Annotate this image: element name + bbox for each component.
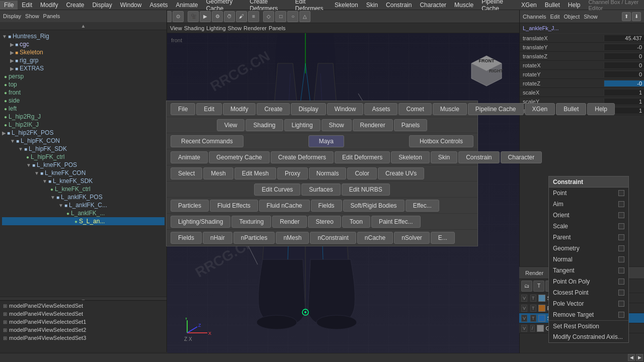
hotbox-view[interactable]: View [217, 119, 245, 131]
constraint-pole-vector[interactable]: Pole Vector [549, 298, 628, 309]
channel-row[interactable]: translateZ 0 [520, 52, 644, 61]
hotbox-fields[interactable]: Fields [311, 200, 342, 212]
hotbox-modify[interactable]: Modify [223, 103, 256, 115]
constraint-remove-target[interactable]: Remove Target [549, 309, 628, 320]
hotbox-geo-cache[interactable]: Geometry Cache [209, 151, 270, 163]
hotbox-create[interactable]: Create [257, 103, 290, 115]
hotbox-paint-effects[interactable]: Paint Effec... [371, 216, 421, 228]
icon-obj4[interactable]: △ [299, 11, 310, 22]
constraint-closest-point[interactable]: Closest Point [549, 287, 628, 298]
hotbox-constrain[interactable]: Constrain [458, 151, 499, 163]
icon-obj2[interactable]: □ [275, 11, 286, 22]
list-item[interactable]: ▶■ EXTRAS [2, 64, 165, 72]
hotbox-color[interactable]: Color [347, 167, 377, 179]
outliner-root[interactable]: ▼ ■ Huntress_Rig [2, 32, 165, 40]
hotbox-toon[interactable]: Toon [342, 216, 370, 228]
hotbox-extra[interactable]: E... [431, 232, 455, 244]
hotbox-edit-nurbs[interactable]: Edit NURBS [342, 184, 390, 196]
list-item[interactable]: ● front [2, 88, 165, 97]
scroll-up-btn[interactable]: ▲ [81, 23, 86, 29]
channel-row[interactable]: translateY -0 [520, 43, 644, 52]
hotbox-mesh[interactable]: Mesh [203, 167, 233, 179]
hotbox-create-def[interactable]: Create Deformers [271, 151, 334, 163]
constraint-point-on-poly[interactable]: Point On Poly [549, 276, 628, 287]
hotbox-lighting[interactable]: Lighting [284, 119, 320, 131]
hotbox-skin[interactable]: Skin [431, 151, 457, 163]
hotbox-muscle[interactable]: Muscle [433, 103, 467, 115]
constraint-tangent[interactable]: Tangent [549, 265, 628, 276]
icon-settings[interactable]: ⚙ [212, 11, 223, 22]
hotbox-nsolver[interactable]: nSolver [394, 232, 430, 244]
hotbox-edit-def[interactable]: Edit Deformers [335, 151, 390, 163]
list-item[interactable]: ▼■ L_kneFK_POS [2, 161, 165, 169]
list-item[interactable]: ▼■ L_hipFK_SDK [2, 145, 165, 153]
panel-btn-display[interactable]: Display [3, 13, 21, 19]
hotbox-fluid-ncache[interactable]: Fluid nCache [259, 200, 310, 212]
list-item[interactable]: ▼■ L_anklFK_POS [2, 193, 165, 201]
hotbox-animate[interactable]: Animate [171, 151, 208, 163]
icon-history[interactable]: ⏱ [224, 11, 235, 22]
menu-assets[interactable]: Assets [145, 1, 172, 10]
icon-camera[interactable]: 🎥 [188, 11, 199, 22]
hotbox-shading[interactable]: Shading [246, 119, 283, 131]
menu-animate[interactable]: Animate [172, 1, 202, 10]
menu-edit[interactable]: Edit [18, 1, 36, 10]
menu-file[interactable]: File [0, 1, 18, 10]
hotbox-show[interactable]: Show [321, 119, 352, 131]
icon-obj1[interactable]: ◇ [263, 11, 274, 22]
list-item-selected[interactable]: ● S_L_an... [2, 217, 165, 225]
icon-snap-surface[interactable]: ⊙ [173, 11, 184, 22]
constraint-orient[interactable]: Orient [549, 210, 628, 221]
list-item[interactable]: ● L_anklFK_... [2, 209, 165, 217]
view-cube[interactable]: FRONT RIGHT [469, 53, 504, 88]
hotbox-ncache[interactable]: nCache [357, 232, 393, 244]
channel-row[interactable]: rotateY 0 [520, 70, 644, 79]
hotbox-surfaces[interactable]: Surfaces [301, 184, 340, 196]
cb-show-btn[interactable]: Show [584, 14, 598, 20]
vp-menu-shading[interactable]: Shading [184, 25, 204, 31]
list-item[interactable]: ▶■ L_hip2FK_POS [2, 129, 165, 137]
list-item[interactable]: ▼■ L_kneFK_CON [2, 169, 165, 177]
hotbox-character[interactable]: Character [501, 151, 542, 163]
hotbox-create-uvs[interactable]: Create UVs [378, 167, 424, 179]
constraint-parent[interactable]: Parent [549, 232, 628, 243]
status-prev-btn[interactable]: ◀ [628, 354, 635, 361]
vp-menu-show[interactable]: Show [228, 25, 242, 31]
hotbox-texturing[interactable]: Texturing [231, 216, 271, 228]
hotbox-panels[interactable]: Panels [394, 119, 428, 131]
constraint-aim[interactable]: Aim [549, 199, 628, 210]
hotbox-comet[interactable]: Comet [398, 103, 431, 115]
menu-help[interactable]: Help [564, 1, 585, 10]
list-item[interactable]: ● left [2, 105, 165, 113]
channel-row[interactable]: scaleX 1 [520, 88, 644, 97]
list-item[interactable]: ⊞ modelPanel4ViewSelectedSet1 [1, 318, 166, 326]
hotbox-xgen[interactable]: XGen [525, 103, 555, 115]
hotbox-nparticles[interactable]: nParticles [233, 232, 275, 244]
constraint-point[interactable]: Point [549, 188, 628, 199]
channel-row[interactable]: translateX 45.437 [520, 34, 644, 43]
list-item[interactable]: ● top [2, 80, 165, 88]
cb-object-btn[interactable]: Object [564, 14, 580, 20]
list-item[interactable]: ⊞ modelPanel2ViewSelectedSet [1, 302, 166, 310]
hotbox-effects[interactable]: Effec... [406, 200, 439, 212]
hotbox-help[interactable]: Help [587, 103, 615, 115]
status-next-btn[interactable]: ▶ [636, 354, 643, 361]
vp-menu-panels[interactable]: Panels [269, 25, 286, 31]
list-item[interactable]: ● L_hip2Rg_J [2, 113, 165, 121]
hotbox-window[interactable]: Window [327, 103, 364, 115]
menu-character[interactable]: Character [416, 1, 450, 10]
list-item[interactable]: ▼■ L_anklFK_C... [2, 201, 165, 209]
list-item[interactable]: ⊞ modelPanel4ViewSelectedSet3 [1, 334, 166, 342]
vp-menu-view[interactable]: View [170, 25, 182, 31]
constraint-geometry[interactable]: Geometry [549, 243, 628, 254]
recent-commands-btn[interactable]: Recent Commands [171, 135, 244, 147]
hotbox-renderer[interactable]: Renderer [353, 119, 393, 131]
hotbox-edit-mesh[interactable]: Edit Mesh [234, 167, 276, 179]
list-item[interactable]: ⊞ modelPanel4ViewSelectedSet2 [1, 326, 166, 334]
hotbox-controls-btn[interactable]: Hotbox Controls [409, 135, 473, 147]
constraint-modify-axis[interactable]: Modify Constrained Axis... [549, 331, 628, 342]
constraint-normal[interactable]: Normal [549, 254, 628, 265]
hotbox-proxy[interactable]: Proxy [277, 167, 308, 179]
hotbox-soft-rigid[interactable]: Soft/Rigid Bodies [343, 200, 405, 212]
list-item[interactable]: ▶■ rig_grp [2, 56, 165, 64]
